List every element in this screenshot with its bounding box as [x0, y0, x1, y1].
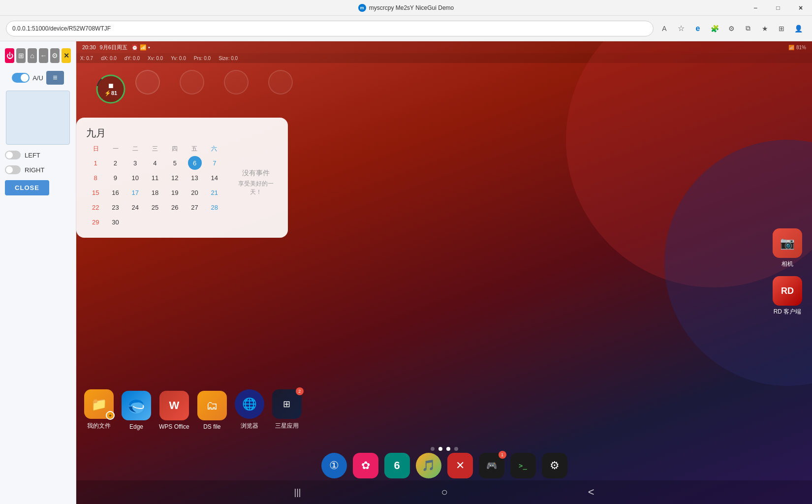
coord-dy: dY: 0.0 — [125, 56, 140, 61]
device-close-button[interactable]: ✕ — [62, 48, 71, 63]
ghost-circles — [135, 70, 293, 94]
extension-icon[interactable]: 🧩 — [707, 21, 722, 36]
browser-window-controls: − □ × — [744, 0, 812, 16]
left-toggle-label: LEFT — [25, 152, 40, 159]
recent-apps-button[interactable]: ||| — [294, 487, 301, 498]
toolbar-icons-group: A ☆ e 🧩 ⚙ ⧉ ★ ⊞ 👤 — [656, 21, 806, 36]
dock-app-8[interactable]: ⚙ — [542, 453, 567, 478]
app-browser[interactable]: 🌐 浏览器 — [235, 389, 264, 430]
back-button[interactable]: ← — [39, 48, 48, 63]
bookmark-icon[interactable]: ☆ — [673, 21, 689, 36]
url-input[interactable]: 0.0.0.1:51000/device/R52W708WTJF — [6, 21, 654, 36]
close-panel-button[interactable]: CLOSE — [5, 180, 49, 195]
calendar-events: 没有事件 享受美好的一天！ — [234, 126, 278, 229]
right-toggle-row: RIGHT — [5, 165, 44, 174]
device-screen[interactable]: 20:30 9月6日周五 ⏰ 📶 • 📶 81% X: 0.7 dX: 0.0 … — [76, 41, 812, 504]
au-section: A/U ≡ — [5, 71, 71, 85]
home-button[interactable]: ⌂ — [28, 48, 37, 63]
power-button[interactable]: ⏻ — [5, 48, 14, 63]
calendar-widget[interactable]: 九月 日 一 二 三 四 五 六 1 — [76, 118, 288, 238]
coord-prs: Prs: 0.0 — [194, 56, 211, 61]
browser-favicon: m — [358, 4, 366, 12]
status-time: 20:30 — [82, 44, 96, 50]
calendar-grid: 日 一 二 三 四 五 六 1 2 3 4 — [86, 145, 224, 229]
svg-text:⏹: ⏹ — [107, 82, 114, 90]
coord-x: X: 0.7 — [80, 56, 93, 61]
home-nav-button[interactable]: ○ — [441, 486, 447, 499]
settings-icon[interactable]: ⚙ — [723, 21, 739, 36]
status-left: 20:30 9月6日周五 ⏰ 📶 • — [82, 44, 150, 51]
app-wps[interactable]: W WPS Office — [159, 391, 189, 430]
grid-button[interactable]: ⊞ — [16, 48, 26, 63]
page-indicators — [76, 447, 812, 451]
dock-app-1[interactable]: ① — [321, 453, 347, 478]
au-label: A/U — [32, 74, 43, 82]
dock-app-7[interactable]: >_ — [510, 453, 536, 478]
profile-icon[interactable]: 👤 — [790, 21, 806, 36]
battery-widget: ⏹ ⚡81 — [95, 73, 127, 105]
enjoy-text: 享受美好的一天！ — [234, 180, 278, 196]
coord-size: Size: 0.0 — [219, 56, 238, 61]
au-toggle[interactable] — [12, 73, 30, 83]
back-nav-button[interactable]: < — [588, 486, 594, 499]
dock-app-2[interactable]: ✿ — [353, 453, 378, 478]
edge-icon[interactable]: e — [690, 21, 706, 36]
dock-app-3[interactable]: 6 — [384, 453, 410, 478]
app-myfiles[interactable]: 📁 + 我的文件 — [84, 389, 114, 430]
main-content: ⏻ ⊞ ⌂ ← ⚙ ✕ A/U ≡ — [0, 41, 812, 504]
calendar-month: 九月 — [86, 126, 224, 140]
app-dsfile[interactable]: 🗂 DS file — [197, 391, 227, 430]
dock-app-4[interactable]: 🎵 — [416, 453, 441, 478]
edge-label: Edge — [129, 423, 143, 430]
split-view-icon[interactable]: ⧉ — [740, 21, 756, 36]
font-size-icon[interactable]: A — [656, 21, 672, 36]
right-toggle-switch[interactable] — [5, 165, 21, 174]
app-edge[interactable]: Edge — [122, 391, 151, 430]
status-date: 9月6日周五 — [100, 44, 127, 51]
left-panel: ⏻ ⊞ ⌂ ← ⚙ ✕ A/U ≡ — [0, 41, 76, 504]
left-toggle-switch[interactable] — [5, 151, 21, 159]
maximize-button[interactable]: □ — [767, 0, 789, 16]
menu-button[interactable]: ≡ — [46, 71, 64, 85]
calendar-left: 九月 日 一 二 三 四 五 六 1 — [86, 126, 224, 229]
no-event-text: 没有事件 — [242, 169, 270, 178]
dock-app-5[interactable]: ✕ — [447, 453, 473, 478]
android-screen: 20:30 9月6日周五 ⏰ 📶 • 📶 81% X: 0.7 dX: 0.0 … — [76, 41, 812, 504]
coord-dx: dX: 0.0 — [101, 56, 117, 61]
nav-bar: ||| ○ < — [76, 480, 812, 504]
apps-row: 📁 + 我的文件 Edge — [76, 389, 310, 430]
window-close-button[interactable]: × — [789, 0, 812, 16]
app-camera[interactable]: 📷 相机 — [773, 228, 802, 268]
device-toolbar: ⏻ ⊞ ⌂ ← ⚙ ✕ — [5, 46, 71, 65]
app-samsung[interactable]: ⊞ 2 三星应用 — [272, 389, 302, 430]
address-bar: 0.0.0.1:51000/device/R52W708WTJF A ☆ e 🧩… — [0, 16, 812, 41]
favorites-icon[interactable]: ★ — [757, 21, 773, 36]
coord-yv: Yv: 0.0 — [171, 56, 186, 61]
device-settings-button[interactable]: ⚙ — [50, 48, 60, 63]
svg-text:⚡81: ⚡81 — [104, 90, 117, 96]
preview-thumbnail — [6, 91, 70, 145]
browser-title: m myscrcpy Me2sY NiceGui Demo — [358, 4, 454, 12]
dock: ① ✿ 6 🎵 ✕ 🎮 1 >_ ⚙ — [76, 453, 812, 478]
browser-titlebar: m myscrcpy Me2sY NiceGui Demo − □ × — [0, 0, 812, 16]
browser-title-text: myscrcpy Me2sY NiceGui Demo — [369, 4, 454, 11]
top-right-apps: 📷 相机 RD RD 客户端 — [773, 228, 802, 316]
status-icons: ⏰ 📶 • — [131, 44, 150, 51]
minimize-button[interactable]: − — [744, 0, 767, 16]
right-toggle-label: RIGHT — [25, 166, 44, 174]
app-rd[interactable]: RD RD 客户端 — [773, 276, 802, 316]
left-toggle-row: LEFT — [5, 151, 40, 159]
coord-xv: Xv: 0.0 — [148, 56, 163, 61]
dock-app-6[interactable]: 🎮 1 — [479, 453, 504, 478]
collections-icon[interactable]: ⊞ — [774, 21, 789, 36]
